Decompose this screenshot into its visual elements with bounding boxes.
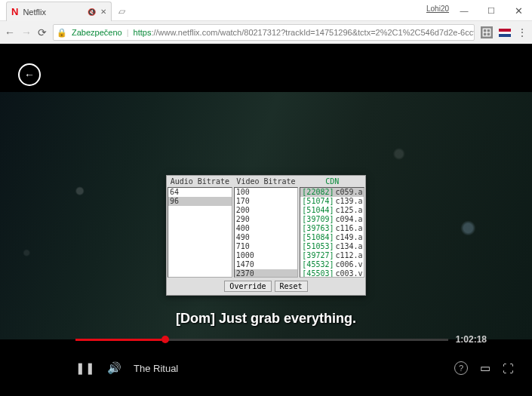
mute-icon[interactable]: 🔇 xyxy=(88,8,96,16)
profile-name[interactable]: Lohi20 xyxy=(426,5,449,13)
list-item[interactable]: 96 xyxy=(168,197,232,206)
menu-icon[interactable]: ⋮ xyxy=(517,26,527,38)
audio-bitrate-list[interactable]: 6496 xyxy=(168,187,232,278)
list-item[interactable]: 1470 xyxy=(235,260,298,269)
fullscreen-icon[interactable]: ⛶ xyxy=(503,362,514,375)
reset-button[interactable]: Reset xyxy=(275,281,308,292)
header-video: Video Bitrate xyxy=(233,176,300,187)
url-text: https://www.netflix.com/watch/80217312?t… xyxy=(134,28,475,37)
forward-icon: → xyxy=(21,26,32,38)
header-audio: Audio Bitrate xyxy=(167,176,233,187)
list-item[interactable]: 290 xyxy=(235,215,298,224)
url-input[interactable]: 🔒 Zabezpečeno | https://www.netflix.com/… xyxy=(53,24,475,41)
list-item[interactable]: 170 xyxy=(235,197,298,206)
video-bitrate-list[interactable]: 1001702002904004907101000147023704640 xyxy=(234,187,299,278)
video-viewport: ← [Dom] Just grab everything. Audio Bitr… xyxy=(0,44,532,396)
lock-icon: 🔒 xyxy=(57,28,67,38)
list-item[interactable]: 710 xyxy=(235,242,298,251)
debug-headers: Audio Bitrate Video Bitrate CDN xyxy=(167,176,365,187)
list-item[interactable]: [51044]c125.ams xyxy=(300,206,364,215)
help-icon[interactable]: ? xyxy=(454,361,468,375)
close-window-button[interactable]: ✕ xyxy=(505,0,532,21)
list-item[interactable]: 1000 xyxy=(235,251,298,260)
list-item[interactable]: [51074]c139.ams xyxy=(300,197,364,206)
list-item[interactable]: 100 xyxy=(235,188,298,197)
list-item[interactable]: [39709]c094.ams xyxy=(300,215,364,224)
minimize-button[interactable]: — xyxy=(451,0,478,21)
tab-title: Netflix xyxy=(23,8,83,17)
seek-fill xyxy=(75,339,161,341)
list-item[interactable]: 400 xyxy=(235,224,298,233)
header-cdn: CDN xyxy=(299,176,365,187)
player-controls: ❚❚ 🔊 The Ritual ? ▭ ⛶ xyxy=(75,361,514,375)
video-title: The Ritual xyxy=(134,363,178,374)
new-tab-button[interactable]: ▱ xyxy=(115,5,128,18)
maximize-button[interactable]: ☐ xyxy=(478,0,505,21)
netflix-favicon: N xyxy=(11,6,18,17)
list-item[interactable]: [51053]c134.ams xyxy=(300,242,364,251)
list-item[interactable]: [39763]c116.ams xyxy=(300,224,364,233)
seek-knob[interactable] xyxy=(161,336,169,343)
subtitle-text: [Dom] Just grab everything. xyxy=(0,311,532,327)
address-bar: ← → ⟳ 🔒 Zabezpečeno | https://www.netfli… xyxy=(0,21,532,44)
list-item[interactable]: 64 xyxy=(168,188,232,197)
back-button[interactable]: ← xyxy=(18,63,41,86)
pause-button[interactable]: ❚❚ xyxy=(75,361,95,375)
list-item[interactable]: [45532]c006.vie xyxy=(300,260,364,269)
seek-bar[interactable] xyxy=(75,339,448,341)
cdn-list[interactable]: [22082]c059.ams[51074]c139.ams[51044]c12… xyxy=(300,187,364,278)
time-remaining: 1:02:18 xyxy=(456,334,487,345)
reload-icon[interactable]: ⟳ xyxy=(38,26,47,38)
bitrate-debug-panel[interactable]: Audio Bitrate Video Bitrate CDN 6496 100… xyxy=(166,175,366,296)
tab-close-icon[interactable]: ✕ xyxy=(100,8,106,16)
list-item[interactable]: 2370 xyxy=(235,269,298,278)
list-item[interactable]: [51084]c149.ams xyxy=(300,233,364,242)
override-button[interactable]: Override xyxy=(224,281,271,292)
extension-icon[interactable] xyxy=(481,26,493,38)
back-icon[interactable]: ← xyxy=(5,26,15,38)
browser-tab[interactable]: N Netflix 🔇 ✕ xyxy=(6,2,112,21)
volume-icon[interactable]: 🔊 xyxy=(107,361,121,375)
secure-label: Zabezpečeno xyxy=(72,28,122,37)
flag-icon[interactable] xyxy=(499,29,511,37)
list-item[interactable]: 200 xyxy=(235,206,298,215)
list-item[interactable]: [45503]c003.vie xyxy=(300,269,364,278)
progress-row: 1:02:18 xyxy=(75,334,487,345)
list-item[interactable]: [22082]c059.ams xyxy=(300,188,364,197)
list-item[interactable]: 490 xyxy=(235,233,298,242)
list-item[interactable]: [39727]c112.ams xyxy=(300,251,364,260)
subtitles-icon[interactable]: ▭ xyxy=(480,361,490,375)
window-titlebar: N Netflix 🔇 ✕ ▱ Lohi20 — ☐ ✕ xyxy=(0,0,532,21)
